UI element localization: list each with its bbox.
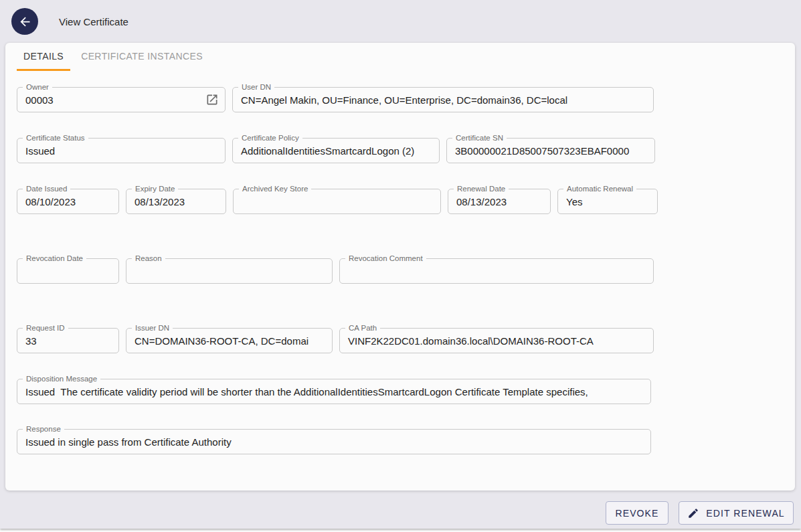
field-certificate-sn-label: Certificate SN (452, 133, 507, 143)
field-issuer-dn-value: CN=DOMAIN36-ROOT-CA, DC=domai (126, 335, 332, 347)
field-revocation-date[interactable]: Revocation Date (17, 258, 119, 284)
field-ca-path-label: CA Path (345, 323, 380, 333)
field-archived-key-store[interactable]: Archived Key Store (233, 189, 441, 214)
edit-renewal-button[interactable]: EDIT RENEWAL (679, 501, 794, 525)
field-response-label: Response (23, 424, 64, 434)
details-card: DETAILS CERTIFICATE INSTANCES Owner 0000… (5, 43, 795, 491)
tab-bar: DETAILS CERTIFICATE INSTANCES (17, 43, 795, 71)
field-certificate-sn[interactable]: Certificate SN 3B00000021D85007507323EBA… (446, 138, 655, 163)
field-archived-key-store-label: Archived Key Store (239, 184, 311, 194)
arrow-left-icon (18, 15, 32, 29)
field-date-issued-value: 08/10/2023 (17, 196, 118, 207)
tab-certificate-instances[interactable]: CERTIFICATE INSTANCES (74, 43, 209, 71)
field-disposition-message[interactable]: Disposition Message Issued The certifica… (17, 379, 651, 404)
field-certificate-status[interactable]: Certificate Status Issued (17, 138, 226, 163)
field-user-dn-value: CN=Angel Makin, OU=Finance, OU=Enterpris… (233, 94, 653, 106)
back-button[interactable] (11, 8, 38, 35)
field-expiry-date[interactable]: Expiry Date 08/13/2023 (126, 189, 226, 214)
field-row: Revocation Date Reason Revocation Commen… (17, 258, 795, 284)
field-certificate-policy-label: Certificate Policy (238, 133, 302, 143)
page-header: View Certificate (0, 0, 801, 43)
field-renewal-date-label: Renewal Date (454, 184, 509, 194)
field-request-id-label: Request ID (23, 323, 68, 333)
tab-details[interactable]: DETAILS (17, 43, 70, 71)
field-reason-label: Reason (132, 254, 165, 264)
field-certificate-policy[interactable]: Certificate Policy AdditionalIdentitiesS… (232, 138, 440, 163)
field-owner-label: Owner (23, 82, 52, 92)
field-ca-path[interactable]: CA Path VINF2K22DC01.domain36.local\DOMA… (339, 328, 654, 353)
field-expiry-date-label: Expiry Date (132, 184, 178, 194)
view-certificate-page: View Certificate DETAILS CERTIFICATE INS… (0, 0, 801, 529)
field-response[interactable]: Response Issued in single pass from Cert… (17, 429, 651, 454)
field-row: Request ID 33 Issuer DN CN=DOMAIN36-ROOT… (17, 328, 795, 353)
pencil-icon (687, 507, 699, 519)
field-automatic-renewal[interactable]: Automatic Renewal Yes (557, 189, 658, 214)
field-certificate-sn-value: 3B00000021D85007507323EBAF0000 (447, 145, 654, 157)
field-renewal-date-value: 08/13/2023 (448, 196, 550, 207)
field-revocation-comment-label: Revocation Comment (345, 254, 426, 264)
page-title: View Certificate (59, 16, 128, 27)
field-automatic-renewal-label: Automatic Renewal (563, 184, 636, 194)
field-revocation-date-label: Revocation Date (23, 254, 86, 264)
field-owner-value: 00003 (17, 94, 205, 106)
field-row: Owner 00003 User DN CN=Angel Makin, OU=F… (17, 87, 795, 112)
field-certificate-policy-value: AdditionalIdentitiesSmartcardLogon (2) (233, 145, 439, 157)
field-certificate-status-value: Issued (17, 145, 225, 157)
field-automatic-renewal-value: Yes (558, 196, 657, 207)
edit-renewal-label: EDIT RENEWAL (706, 508, 784, 519)
field-row: Certificate Status Issued Certificate Po… (17, 138, 795, 163)
revoke-button[interactable]: REVOKE (606, 501, 669, 525)
field-user-dn[interactable]: User DN CN=Angel Makin, OU=Finance, OU=E… (232, 87, 654, 112)
field-row: Disposition Message Issued The certifica… (17, 379, 795, 404)
field-response-value: Issued in single pass from Certificate A… (17, 436, 650, 448)
field-issuer-dn-label: Issuer DN (132, 323, 173, 333)
field-date-issued-label: Date Issued (23, 184, 70, 194)
field-date-issued[interactable]: Date Issued 08/10/2023 (17, 189, 119, 214)
field-ca-path-value: VINF2K22DC01.domain36.local\DOMAIN36-ROO… (340, 335, 653, 347)
open-in-new-icon[interactable] (205, 93, 219, 106)
field-expiry-date-value: 08/13/2023 (126, 196, 226, 207)
field-user-dn-label: User DN (238, 82, 274, 92)
field-row: Date Issued 08/10/2023 Expiry Date 08/13… (17, 189, 795, 214)
field-owner[interactable]: Owner 00003 (17, 87, 226, 112)
field-issuer-dn[interactable]: Issuer DN CN=DOMAIN36-ROOT-CA, DC=domai (126, 328, 333, 353)
field-request-id-value: 33 (17, 335, 118, 347)
field-disposition-message-value: Issued The certificate validity period w… (17, 386, 650, 397)
field-revocation-comment[interactable]: Revocation Comment (339, 258, 654, 284)
field-row: Response Issued in single pass from Cert… (17, 429, 795, 454)
footer-actions: REVOKE EDIT RENEWAL (606, 501, 794, 525)
field-request-id[interactable]: Request ID 33 (17, 328, 119, 353)
field-reason[interactable]: Reason (126, 258, 333, 284)
field-renewal-date[interactable]: Renewal Date 08/13/2023 (448, 189, 551, 214)
field-certificate-status-label: Certificate Status (23, 133, 88, 143)
field-disposition-message-label: Disposition Message (23, 374, 100, 384)
